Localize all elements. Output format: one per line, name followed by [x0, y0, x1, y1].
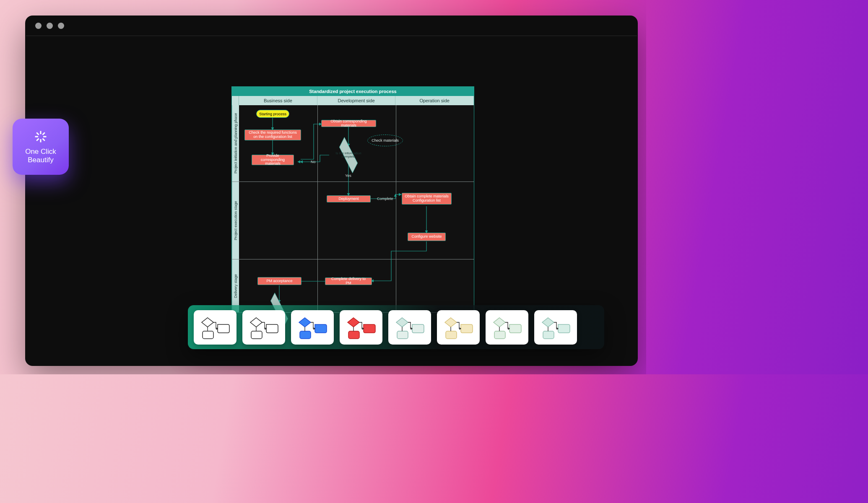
lane-label-3: Delivery stage: [232, 259, 239, 312]
swatch-preview-icon: [442, 315, 474, 340]
callout-check-materials[interactable]: Check materials: [367, 135, 403, 146]
style-swatch-5[interactable]: [437, 310, 480, 345]
node-obtain-complete[interactable]: Obtain complete materials Configuration …: [402, 193, 452, 205]
style-swatch-2[interactable]: [291, 310, 334, 345]
window-titlebar: [25, 16, 638, 36]
svg-rect-12: [397, 331, 408, 339]
swatch-preview-icon: [248, 315, 280, 340]
svg-rect-8: [203, 331, 213, 339]
chart-title: Standardized project execution process: [232, 87, 474, 96]
svg-line-4: [36, 133, 39, 135]
beautify-line2: Beautify: [28, 156, 53, 164]
svg-line-6: [36, 139, 39, 141]
swatch-preview-icon: [199, 315, 231, 340]
svg-line-7: [43, 133, 45, 135]
svg-rect-14: [494, 331, 505, 339]
flowchart-canvas[interactable]: Standardized project execution process B…: [231, 86, 474, 313]
edge-yes: Yes: [345, 174, 351, 178]
sparkle-icon: [33, 129, 48, 144]
swatch-preview-icon: [491, 315, 523, 340]
swatch-preview-icon: [394, 315, 426, 340]
beautify-badge-text: One Click Beautify: [25, 148, 56, 164]
node-configure-website[interactable]: Configure website: [408, 233, 446, 241]
svg-rect-15: [543, 331, 554, 339]
window-control-max[interactable]: [58, 23, 64, 29]
column-headers: Business side Development side Operation…: [232, 96, 474, 105]
titlebar-divider: [26, 36, 637, 36]
style-swatch-0[interactable]: [194, 310, 236, 345]
col-business: Business side: [239, 96, 317, 105]
node-start[interactable]: Starting process: [256, 110, 289, 118]
window-control-min[interactable]: [47, 23, 53, 29]
one-click-beautify-button[interactable]: One Click Beautify: [13, 119, 69, 175]
style-swatch-4[interactable]: [388, 310, 431, 345]
svg-rect-9: [251, 331, 262, 339]
style-swatch-3[interactable]: [340, 310, 382, 345]
window-control-close[interactable]: [35, 23, 42, 29]
lane-header-spacer: [232, 96, 239, 105]
edge-no: No: [311, 160, 316, 164]
lane-label-2: Project execution stage: [232, 182, 239, 259]
svg-rect-10: [300, 331, 311, 339]
col-operation: Operation side: [395, 96, 474, 105]
node-check-functions[interactable]: Check the required functions on the conf…: [244, 130, 301, 140]
node-decision-text: Is the information complete: [329, 146, 368, 164]
beautify-line1: One Click: [25, 148, 56, 156]
swatch-preview-icon: [345, 315, 377, 340]
style-swatch-6[interactable]: [486, 310, 528, 345]
style-tray[interactable]: [188, 305, 604, 349]
node-deployment[interactable]: Deployment: [327, 195, 371, 202]
node-obtain-materials[interactable]: Obtain corresponding materials: [321, 120, 376, 127]
edge-complete: Complete: [377, 197, 393, 201]
svg-rect-13: [446, 331, 457, 339]
swatch-preview-icon: [296, 315, 328, 340]
node-provide-materials[interactable]: Provide corresponding materials: [252, 155, 294, 165]
style-swatch-7[interactable]: [534, 310, 577, 345]
node-decision[interactable]: Is the information complete: [329, 146, 368, 164]
node-pm-acceptance[interactable]: PM acceptance: [257, 277, 301, 285]
swatch-preview-icon: [540, 315, 572, 340]
col-development: Development side: [317, 96, 396, 105]
node-complete-delivery[interactable]: Complete delivery to PM: [325, 277, 372, 285]
style-swatch-1[interactable]: [242, 310, 285, 345]
swimlane-grid: Project initiation and planning phase Pr…: [232, 105, 474, 312]
svg-rect-11: [348, 331, 359, 339]
svg-line-5: [43, 139, 45, 141]
